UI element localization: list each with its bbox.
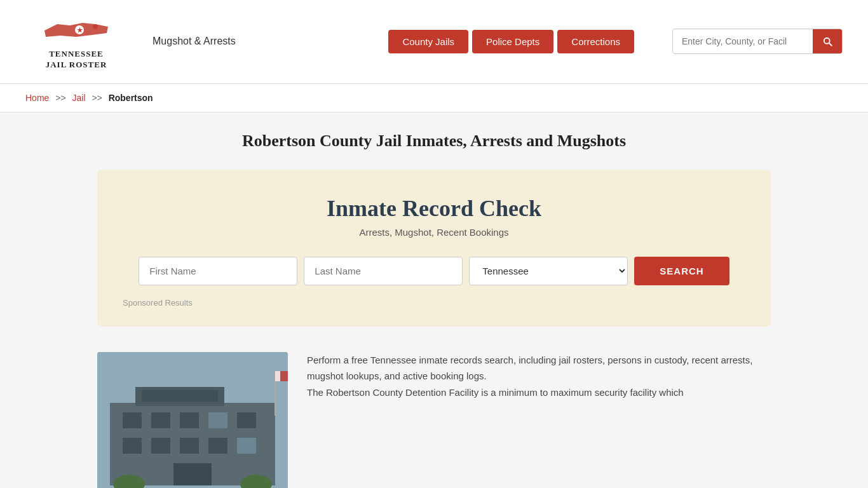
header-search-button[interactable] — [813, 29, 842, 53]
description-para2: The Robertson County Detention Facility … — [307, 384, 771, 401]
svg-rect-10 — [237, 412, 256, 428]
description-area: Perform a free Tennessee inmate records … — [307, 352, 771, 401]
breadcrumb-sep1: >> — [55, 93, 65, 103]
first-name-input[interactable] — [139, 257, 297, 285]
page-title: Robertson County Jail Inmates, Arrests a… — [97, 132, 771, 151]
last-name-input[interactable] — [304, 257, 463, 285]
state-select[interactable]: Tennessee — [469, 257, 628, 285]
corrections-button[interactable]: Corrections — [557, 30, 634, 53]
header-search-area — [672, 29, 843, 54]
main-content: Robertson County Jail Inmates, Arrests a… — [85, 132, 783, 488]
logo-text: TENNESSEE JAIL ROSTER — [46, 49, 107, 71]
svg-point-3 — [93, 24, 98, 29]
svg-rect-8 — [180, 412, 199, 428]
svg-rect-14 — [208, 438, 227, 454]
header-search-input[interactable] — [673, 30, 813, 53]
svg-rect-18 — [142, 390, 218, 402]
svg-rect-9 — [208, 412, 227, 428]
svg-rect-7 — [151, 412, 170, 428]
sponsored-label: Sponsored Results — [116, 298, 752, 308]
svg-rect-6 — [123, 412, 142, 428]
breadcrumb-sep2: >> — [92, 93, 102, 103]
search-icon — [822, 36, 833, 47]
record-check-form: Tennessee SEARCH — [116, 257, 752, 285]
nav-buttons: County Jails Police Depts Corrections — [388, 30, 634, 53]
record-check-subtitle: Arrests, Mugshot, Recent Bookings — [116, 227, 752, 238]
jail-building-illustration — [97, 352, 288, 488]
police-depts-button[interactable]: Police Depts — [472, 30, 553, 53]
svg-rect-23 — [275, 371, 280, 381]
breadcrumb: Home >> Jail >> Robertson — [0, 84, 868, 112]
bottom-section: Perform a free Tennessee inmate records … — [97, 352, 771, 488]
county-jails-button[interactable]: County Jails — [388, 30, 468, 53]
jail-image — [97, 352, 288, 488]
breadcrumb-jail[interactable]: Jail — [72, 93, 86, 103]
record-check-box: Inmate Record Check Arrests, Mugshot, Re… — [97, 170, 771, 327]
mugshot-link[interactable]: Mugshot & Arrests — [153, 36, 236, 47]
svg-rect-15 — [237, 438, 256, 454]
svg-rect-13 — [180, 438, 199, 454]
svg-rect-16 — [173, 463, 212, 485]
description-para1: Perform a free Tennessee inmate records … — [307, 352, 771, 384]
breadcrumb-current: Robertson — [109, 93, 153, 103]
svg-rect-12 — [151, 438, 170, 454]
logo-icon: ★ — [38, 13, 114, 48]
record-check-title: Inmate Record Check — [116, 195, 752, 222]
record-search-button[interactable]: SEARCH — [634, 257, 729, 285]
svg-rect-11 — [123, 438, 142, 454]
site-header: ★ TENNESSEE JAIL ROSTER Mugshot & Arrest… — [0, 0, 868, 84]
breadcrumb-home[interactable]: Home — [25, 93, 49, 103]
logo-area: ★ TENNESSEE JAIL ROSTER — [25, 13, 127, 71]
svg-text:★: ★ — [77, 27, 83, 34]
